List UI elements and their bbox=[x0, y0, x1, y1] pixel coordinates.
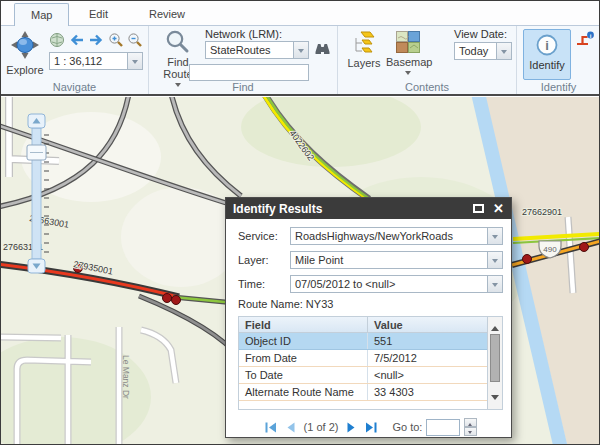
ribbon: Explore bbox=[1, 26, 599, 96]
group-label-identify: Identify bbox=[517, 81, 600, 93]
identify-label: Identify bbox=[524, 59, 570, 71]
service-dropdown-button[interactable] bbox=[487, 228, 502, 244]
spinner-down-icon[interactable] bbox=[464, 427, 477, 436]
next-extent-icon[interactable] bbox=[88, 33, 105, 47]
spinner-up-icon[interactable] bbox=[464, 418, 477, 427]
dialog-header[interactable]: Identify Results ✕ bbox=[226, 198, 511, 219]
basemap-icon bbox=[396, 31, 420, 54]
ribbon-tab-bar: Map Edit Review bbox=[1, 1, 599, 26]
view-date-dropdown-button[interactable] bbox=[496, 43, 511, 59]
field-column-header: Field bbox=[239, 319, 367, 331]
goto-page-input[interactable] bbox=[426, 419, 460, 436]
scroll-down-icon[interactable] bbox=[491, 395, 499, 404]
scale-combobox[interactable]: 1 : 36,112 bbox=[49, 52, 143, 70]
group-navigate: Explore bbox=[1, 26, 149, 94]
group-contents: Layers Basemap View Date: Today Con bbox=[338, 26, 517, 94]
svg-text:490: 490 bbox=[543, 245, 557, 254]
group-label-contents: Contents bbox=[338, 81, 516, 93]
scrollbar-thumb[interactable] bbox=[490, 334, 500, 382]
find-route-value-input[interactable] bbox=[189, 64, 309, 81]
service-combobox[interactable]: RoadsHighways/NewYorkRoads bbox=[290, 227, 503, 245]
pagination-bar: (1 of 2) Go to: bbox=[238, 418, 503, 436]
tab-edit[interactable]: Edit bbox=[73, 3, 124, 26]
view-date-value: Today bbox=[455, 43, 496, 59]
table-scrollbar[interactable] bbox=[487, 317, 502, 409]
identify-icon: i bbox=[535, 33, 559, 57]
first-page-icon[interactable] bbox=[264, 421, 277, 434]
network-lrm-dropdown-button[interactable] bbox=[293, 42, 308, 58]
time-value: 07/05/2012 to <null> bbox=[291, 276, 487, 292]
identify-results-dialog: Identify Results ✕ Service: RoadsHighway… bbox=[225, 197, 512, 438]
attributes-table: Field Value Object ID551 From Date7/5/20… bbox=[238, 316, 503, 410]
time-combobox[interactable]: 07/05/2012 to <null> bbox=[290, 275, 503, 293]
tab-map[interactable]: Map bbox=[14, 3, 69, 27]
network-lrm-label: Network (LRM): bbox=[205, 28, 282, 40]
layer-label: Layer: bbox=[238, 254, 290, 266]
layer-combobox[interactable]: Mile Point bbox=[290, 251, 503, 269]
value-column-header: Value bbox=[367, 317, 487, 332]
network-lrm-value: StateRoutes bbox=[206, 42, 293, 58]
svg-text:i: i bbox=[545, 38, 549, 53]
route-name-text: Route Name: NY33 bbox=[238, 298, 503, 313]
full-extent-icon[interactable] bbox=[49, 32, 65, 48]
group-find: Find Route Network (LRM): StateRoutes Fi… bbox=[149, 26, 338, 94]
view-date-combobox[interactable]: Today bbox=[454, 42, 512, 60]
last-page-icon[interactable] bbox=[365, 421, 378, 434]
scale-value: 1 : 36,112 bbox=[50, 53, 127, 69]
table-header-row: Field Value bbox=[239, 317, 487, 333]
layers-label: Layers bbox=[345, 57, 383, 69]
layers-icon bbox=[351, 31, 377, 55]
compass-icon bbox=[8, 30, 42, 62]
basemap-button[interactable]: Basemap bbox=[386, 31, 430, 80]
group-label-find: Find bbox=[149, 81, 337, 93]
layers-button[interactable]: Layers bbox=[345, 31, 383, 69]
previous-page-icon[interactable] bbox=[285, 421, 296, 434]
basemap-dropdown-caret bbox=[405, 71, 411, 78]
zoom-out-icon[interactable] bbox=[127, 32, 143, 48]
scroll-up-icon[interactable] bbox=[491, 322, 499, 331]
table-row[interactable]: Object ID551 bbox=[239, 333, 487, 350]
dialog-title: Identify Results bbox=[233, 202, 473, 216]
time-dropdown-button[interactable] bbox=[487, 276, 502, 292]
scale-dropdown-button[interactable] bbox=[127, 53, 142, 69]
table-row[interactable]: From Date7/5/2012 bbox=[239, 350, 487, 367]
close-icon[interactable]: ✕ bbox=[493, 203, 504, 214]
group-identify: i Identify i Identify bbox=[517, 26, 600, 94]
network-lrm-combobox[interactable]: StateRoutes bbox=[205, 41, 309, 59]
layer-dropdown-button[interactable] bbox=[487, 252, 502, 268]
service-value: RoadsHighways/NewYorkRoads bbox=[291, 228, 487, 244]
app-window: Map Edit Review Explore bbox=[0, 0, 600, 445]
next-page-icon[interactable] bbox=[346, 421, 357, 434]
layer-value: Mile Point bbox=[291, 252, 487, 268]
table-row-partial bbox=[239, 401, 487, 409]
service-label: Service: bbox=[238, 230, 290, 242]
explore-label: Explore bbox=[5, 64, 45, 76]
previous-extent-icon[interactable] bbox=[68, 33, 85, 47]
svg-text:27662901: 27662901 bbox=[522, 207, 562, 217]
group-label-navigate: Navigate bbox=[1, 81, 148, 93]
tab-review[interactable]: Review bbox=[133, 3, 201, 26]
table-row[interactable]: To Date<null> bbox=[239, 367, 487, 384]
table-row[interactable]: Alternate Route Name33 4303 bbox=[239, 384, 487, 401]
time-label: Time: bbox=[238, 278, 290, 290]
basemap-label: Basemap bbox=[386, 56, 430, 68]
svg-text:Le Manz Dr: Le Manz Dr bbox=[121, 355, 131, 399]
explore-button[interactable]: Explore bbox=[5, 30, 45, 76]
goto-spinner[interactable] bbox=[464, 418, 477, 436]
maximize-icon[interactable] bbox=[473, 204, 484, 213]
page-indicator: (1 of 2) bbox=[304, 421, 339, 433]
zoom-in-icon[interactable] bbox=[108, 32, 124, 48]
view-date-label: View Date: bbox=[454, 28, 507, 40]
identify-button[interactable]: i Identify bbox=[523, 29, 571, 80]
goto-label: Go to: bbox=[392, 421, 422, 433]
binoculars-icon[interactable] bbox=[314, 41, 331, 55]
magnifier-icon bbox=[165, 30, 191, 54]
identify-route-icon[interactable]: i bbox=[575, 31, 595, 48]
